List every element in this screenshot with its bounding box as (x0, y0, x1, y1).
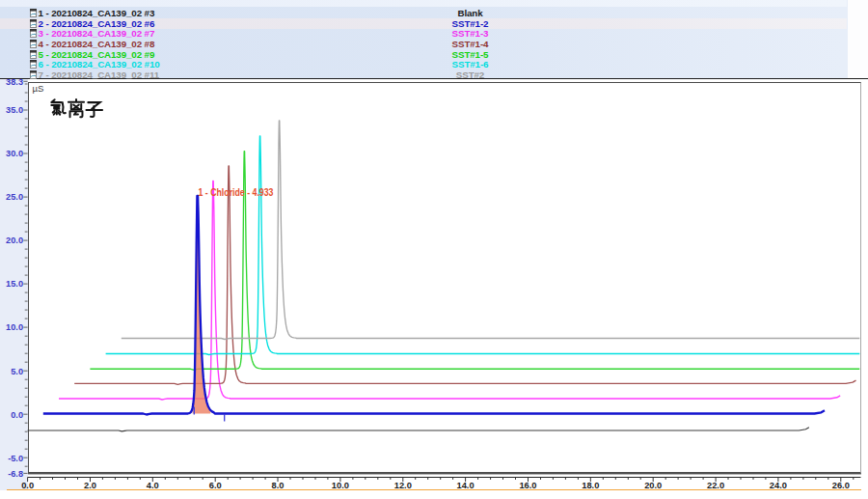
svg-text:6.0: 6.0 (209, 481, 222, 490)
svg-text:20.0: 20.0 (6, 236, 23, 245)
svg-text:10.0: 10.0 (332, 481, 349, 490)
svg-text:18.0: 18.0 (582, 481, 599, 490)
svg-text:1 - Chloride - 4.933: 1 - Chloride - 4.933 (199, 187, 274, 198)
svg-text:-5.0: -5.0 (8, 454, 23, 463)
svg-text:4.0: 4.0 (147, 481, 159, 490)
svg-text:2.0: 2.0 (84, 481, 96, 490)
svg-text:38.3: 38.3 (6, 77, 23, 87)
svg-text:10.0: 10.0 (6, 322, 23, 332)
svg-text:26.0: 26.0 (832, 481, 850, 490)
svg-text:35.0: 35.0 (6, 105, 23, 115)
svg-text:20.0: 20.0 (644, 481, 662, 490)
svg-text:14.0: 14.0 (457, 481, 475, 490)
svg-text:22.0: 22.0 (707, 481, 724, 490)
svg-text:0.0: 0.0 (21, 481, 34, 490)
svg-text:30.0: 30.0 (6, 149, 23, 158)
svg-text:-6.8: -6.8 (8, 469, 23, 479)
svg-text:15.0: 15.0 (6, 279, 23, 289)
svg-text:25.0: 25.0 (6, 192, 23, 202)
svg-text:0.0: 0.0 (11, 410, 23, 420)
svg-text:5.0: 5.0 (11, 367, 23, 376)
svg-text:8.0: 8.0 (272, 481, 285, 490)
svg-text:16.0: 16.0 (519, 481, 536, 490)
svg-text:12.0: 12.0 (394, 481, 412, 490)
svg-text:24.0: 24.0 (770, 481, 787, 490)
svg-text:µS: µS (33, 83, 44, 94)
